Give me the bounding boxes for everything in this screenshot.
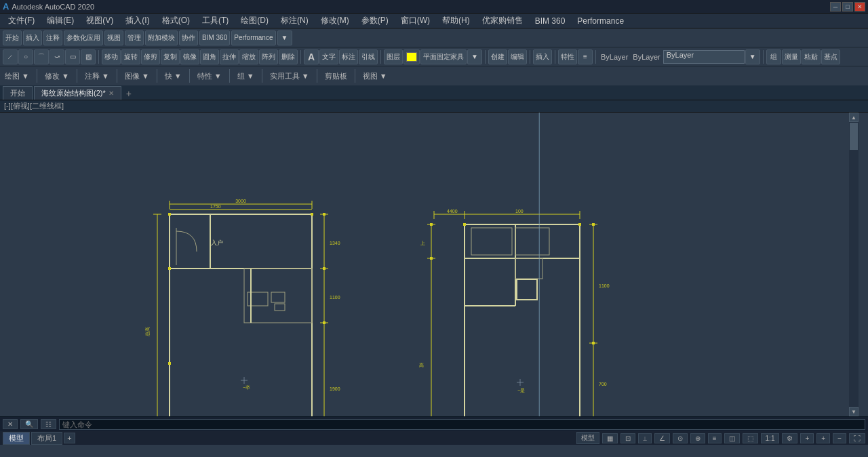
cmd-search-btn[interactable]: 🔍	[20, 419, 38, 429]
tool-array[interactable]: 阵列	[259, 49, 278, 64]
tool-circle[interactable]: ○	[18, 49, 33, 64]
ribbon-tab-annotate[interactable]: 注释	[43, 31, 62, 45]
scrollbar-right[interactable]: ▲ ▼	[849, 113, 859, 416]
minimize-button[interactable]: ─	[830, 2, 841, 12]
tool-insert[interactable]: 插入	[533, 49, 552, 64]
scroll-down-arrow[interactable]: ▼	[849, 407, 859, 416]
menu-draw[interactable]: 绘图(D)	[235, 14, 274, 28]
tool-paste[interactable]: 粘贴	[802, 49, 821, 64]
tool-mirror[interactable]: 镜像	[180, 49, 199, 64]
tab-drawing-close[interactable]: ✕	[108, 90, 114, 97]
cmd-close-btn[interactable]: ✕	[3, 419, 18, 429]
tool-pline[interactable]: ⤻	[50, 49, 64, 64]
layer-arrow[interactable]: ▼	[745, 49, 760, 64]
status-snap-btn[interactable]: ⊡	[620, 433, 635, 443]
tool-arc[interactable]: ⌒	[34, 49, 49, 64]
tool-trim[interactable]: 修剪	[141, 49, 160, 64]
tab-drawing[interactable]: 海纹原始结构图(2)* ✕	[34, 86, 121, 100]
status-ortho-btn[interactable]: ⟂	[638, 433, 652, 443]
menu-help[interactable]: 帮助(H)	[437, 14, 475, 28]
cmd-menu-btn[interactable]: ☷	[41, 419, 56, 429]
ribbon-tab-collab[interactable]: 协作	[179, 31, 198, 45]
status-select-btn[interactable]: ⬚	[743, 433, 758, 443]
tab-add-button[interactable]: +	[123, 87, 135, 100]
menu-edit[interactable]: 编辑(E)	[41, 14, 79, 28]
menu-window[interactable]: 窗口(W)	[395, 14, 435, 28]
tool-group[interactable]: 组	[766, 49, 781, 64]
svg-text:入户: 入户	[211, 239, 223, 246]
tool-hatch[interactable]: ▨	[81, 49, 96, 64]
tool-basepoint[interactable]: 基点	[821, 49, 840, 64]
menu-modify[interactable]: 修改(M)	[315, 14, 355, 28]
tab-start[interactable]: 开始	[3, 86, 33, 100]
tool-measure[interactable]: 测量	[782, 49, 801, 64]
status-settings-btn[interactable]: ⚙	[782, 433, 797, 443]
command-input[interactable]	[59, 419, 865, 430]
layer-select[interactable]: ByLayer	[663, 50, 745, 64]
ribbon-tab-start[interactable]: 开始	[3, 31, 22, 45]
menu-youjia[interactable]: 优家购销售	[477, 14, 528, 28]
tool-stretch[interactable]: 拉伸	[220, 49, 239, 64]
status-transparency-btn[interactable]: ◫	[724, 433, 740, 443]
tool-edit-block[interactable]: 编辑	[508, 49, 527, 64]
ribbon-tab-manage[interactable]: 管理	[125, 31, 144, 45]
status-fullscreen-btn[interactable]: ⛶	[849, 433, 865, 443]
tab-model[interactable]: 模型	[3, 432, 30, 445]
tool-fillet[interactable]: 圆角	[200, 49, 219, 64]
ribbon-tab-bim360[interactable]: BIM 360	[199, 31, 230, 45]
canvas-area[interactable]: .cad-wall { stroke: #d4d4a0; stroke-widt…	[0, 113, 859, 416]
tool-rotate[interactable]: 旋转	[121, 49, 140, 64]
tool-mtext[interactable]: A	[304, 49, 319, 64]
sep-l8	[317, 69, 317, 83]
close-button[interactable]: ✕	[854, 2, 865, 12]
tool-line[interactable]: ⟋	[3, 49, 18, 64]
maximize-button[interactable]: □	[842, 2, 853, 12]
menu-format[interactable]: 格式(O)	[157, 14, 195, 28]
menu-view[interactable]: 视图(V)	[81, 14, 119, 28]
tool-erase[interactable]: 删除	[279, 49, 298, 64]
status-zoom-in-btn[interactable]: +	[816, 433, 830, 443]
status-polar-btn[interactable]: ∠	[654, 433, 670, 443]
ribbon-tab-insert[interactable]: 插入	[23, 31, 42, 45]
tool-layer-color[interactable]	[403, 49, 420, 64]
tool-dim[interactable]: 标注	[339, 49, 358, 64]
tool-match-prop[interactable]: ≡	[578, 49, 593, 64]
tab-layout1[interactable]: 布局1	[31, 432, 62, 445]
menu-bim360[interactable]: BIM 360	[530, 15, 571, 27]
status-model-btn[interactable]: 模型	[576, 432, 599, 444]
status-zoom-out-btn[interactable]: −	[833, 433, 846, 443]
status-osnap-btn[interactable]: ⊙	[673, 433, 688, 443]
ribbon-tab-param[interactable]: 参数化应用	[64, 31, 103, 45]
status-plus-btn[interactable]: +	[800, 433, 814, 443]
menu-tools[interactable]: 工具(T)	[197, 14, 234, 28]
ribbon-tab-addon[interactable]: 附加模块	[145, 31, 178, 45]
tool-move[interactable]: 移动	[102, 49, 121, 64]
scroll-up-arrow[interactable]: ▲	[849, 113, 859, 122]
status-lineweight-btn[interactable]: ≡	[708, 433, 722, 443]
status-scale-display[interactable]: 1:1	[761, 433, 780, 443]
ribbon-expand[interactable]: ▼	[277, 31, 292, 45]
status-otrack-btn[interactable]: ⊕	[690, 433, 705, 443]
tool-create-block[interactable]: 创建	[488, 49, 507, 64]
ribbon-tab-view[interactable]: 视图	[104, 31, 123, 45]
menu-performance[interactable]: Performance	[572, 15, 629, 27]
menu-dim[interactable]: 标注(N)	[275, 14, 314, 28]
tool-properties[interactable]: 特性	[558, 49, 577, 64]
tool-layer[interactable]: 图层	[384, 49, 403, 64]
ribbon-tab-performance[interactable]: Performance	[231, 31, 275, 45]
layer-dropdown-arrow[interactable]: ▼	[467, 49, 482, 64]
tool-scale[interactable]: 缩放	[239, 49, 258, 64]
tool-rect[interactable]: ▭	[65, 49, 80, 64]
menu-param[interactable]: 参数(P)	[356, 14, 394, 28]
tool-copy[interactable]: 复制	[161, 49, 180, 64]
svg-rect-109	[430, 223, 433, 226]
scroll-thumb[interactable]	[850, 123, 858, 150]
tool-text[interactable]: 文字	[319, 49, 338, 64]
menu-file[interactable]: 文件(F)	[3, 14, 40, 28]
tool-leader[interactable]: 引线	[359, 49, 378, 64]
title-text: Autodesk AutoCAD 2020	[12, 3, 94, 11]
tool-layer-prop[interactable]: 平面固定家具	[420, 49, 467, 64]
status-grid-btn[interactable]: ▦	[602, 433, 618, 443]
tab-add-layout[interactable]: +	[64, 433, 75, 443]
menu-insert[interactable]: 插入(I)	[120, 14, 155, 28]
